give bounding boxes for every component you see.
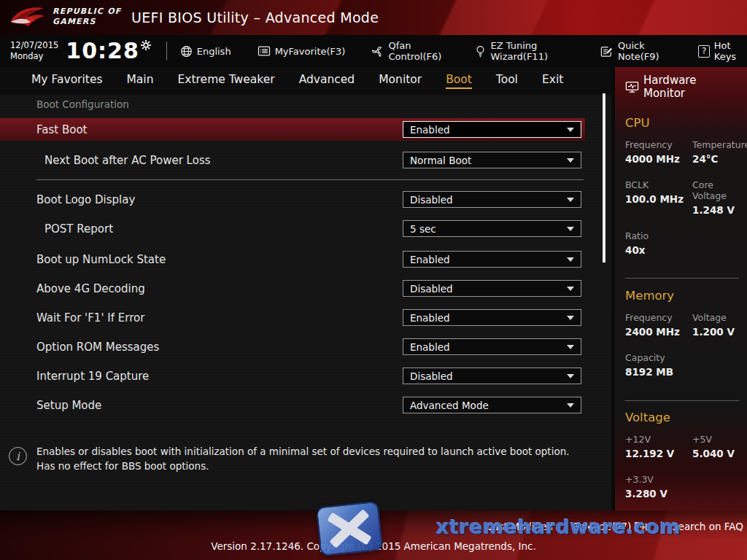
chevron-down-icon bbox=[567, 198, 574, 202]
hot-keys-label: Hot Keys bbox=[714, 40, 747, 62]
setting-label: Next Boot after AC Power Loss bbox=[44, 154, 211, 167]
dropdown-value: Disabled bbox=[410, 194, 567, 206]
metric-value: 1.248 V bbox=[692, 204, 740, 216]
dropdown-value: Enabled bbox=[410, 254, 567, 265]
help-panel: i Enables or disables boot with initiali… bbox=[0, 440, 611, 474]
footer-bar: Last Modified EzMode(F7) Search on FAQ V… bbox=[0, 510, 747, 560]
metric-label: Core Voltage bbox=[692, 179, 740, 201]
setting-row[interactable]: Interrupt 19 Capture Disabled bbox=[0, 365, 585, 387]
chevron-down-icon bbox=[567, 403, 574, 408]
setting-row[interactable]: Boot Logo Display Disabled bbox=[0, 188, 585, 211]
metric-value: 5.040 V bbox=[692, 448, 740, 459]
dropdown-value: Disabled bbox=[410, 370, 567, 382]
memory-metrics-row: Frequency 2400 MHz Voltage 1.200 V bbox=[625, 312, 740, 338]
ezmode-label: EzMode(F7) bbox=[573, 521, 631, 532]
setting-label: Above 4G Decoding bbox=[36, 282, 145, 295]
setting-dropdown[interactable]: 5 sec bbox=[403, 220, 581, 237]
setting-label: Boot up NumLock State bbox=[36, 253, 166, 266]
dropdown-value: Disabled bbox=[410, 283, 567, 295]
version-text: Version 2.17.1246. Copyright (C) 2015 Am… bbox=[0, 540, 747, 552]
metric-label: Voltage bbox=[692, 312, 740, 323]
dropdown-value: Advanced Mode bbox=[410, 400, 567, 411]
chevron-down-icon bbox=[567, 287, 574, 291]
divider bbox=[661, 521, 662, 534]
question-icon: ? bbox=[698, 45, 709, 58]
info-icon: i bbox=[9, 447, 27, 465]
dropdown-value: Enabled bbox=[410, 341, 567, 353]
metric-label: Frequency bbox=[625, 139, 692, 150]
setting-dropdown[interactable]: Disabled bbox=[403, 191, 581, 208]
metric-label: Temperature bbox=[692, 139, 747, 150]
help-text: Enables or disables boot with initializa… bbox=[36, 440, 588, 474]
metric-value: 100.0 MHz bbox=[625, 193, 692, 205]
metric-label: +12V bbox=[625, 434, 692, 445]
metric-label: Ratio bbox=[625, 230, 692, 241]
metric-value: 2400 MHz bbox=[625, 326, 692, 338]
setting-row[interactable]: Above 4G Decoding Disabled bbox=[0, 277, 585, 300]
quick-note-label: Quick Note(F9) bbox=[618, 40, 672, 62]
setting-dropdown[interactable]: Enabled bbox=[403, 121, 581, 138]
setting-label: Interrupt 19 Capture bbox=[36, 370, 149, 383]
search-faq-button[interactable]: Search on FAQ bbox=[672, 521, 743, 532]
setting-row[interactable]: Wait For 'F1' If Error Enabled bbox=[0, 306, 585, 329]
search-faq-label: Search on FAQ bbox=[672, 521, 743, 532]
divider bbox=[36, 179, 584, 180]
metric-label: Frequency bbox=[625, 312, 692, 323]
memory-section-title: Memory bbox=[625, 289, 740, 303]
setting-label: Wait For 'F1' If Error bbox=[36, 311, 144, 324]
setting-label: Setup Mode bbox=[36, 399, 101, 412]
last-modified-button[interactable]: Last Modified bbox=[487, 521, 553, 532]
setting-row[interactable]: Next Boot after AC Power Loss Normal Boo… bbox=[0, 149, 585, 171]
chevron-down-icon bbox=[567, 128, 574, 132]
setting-label: Fast Boot bbox=[36, 123, 87, 136]
setting-row[interactable]: Option ROM Messages Enabled bbox=[0, 335, 585, 358]
ezmode-button[interactable]: EzMode(F7) bbox=[573, 521, 647, 532]
setting-dropdown[interactable]: Enabled bbox=[403, 338, 581, 355]
chevron-down-icon bbox=[567, 345, 574, 349]
chevron-down-icon bbox=[567, 158, 574, 163]
dropdown-value: Enabled bbox=[410, 124, 567, 136]
divider bbox=[625, 400, 739, 401]
setting-dropdown[interactable]: Disabled bbox=[403, 368, 581, 384]
metric-value: 24°C bbox=[692, 153, 747, 165]
setting-dropdown[interactable]: Normal Boot bbox=[403, 152, 581, 168]
setting-row[interactable]: Fast Boot Enabled bbox=[0, 118, 585, 141]
hot-keys-button[interactable]: ? Hot Keys bbox=[698, 40, 747, 62]
setting-dropdown[interactable]: Enabled bbox=[403, 251, 581, 268]
chevron-down-icon bbox=[567, 316, 574, 320]
cpu-metrics-row: Ratio 40x bbox=[625, 230, 740, 256]
setting-row[interactable]: Boot up NumLock State Enabled bbox=[0, 248, 585, 271]
metric-value: 1.200 V bbox=[692, 326, 740, 338]
cpu-metrics-row: BCLK 100.0 MHz Core Voltage 1.248 V bbox=[625, 179, 740, 216]
setting-row[interactable]: Setup Mode Advanced Mode bbox=[0, 394, 585, 416]
divider bbox=[625, 278, 739, 279]
dropdown-value: Normal Boot bbox=[410, 155, 567, 166]
hardware-monitor-panel: Hardware Monitor CPU Frequency 4000 MHz … bbox=[615, 67, 747, 510]
setting-dropdown[interactable]: Disabled bbox=[403, 280, 581, 297]
setting-label: Boot Logo Display bbox=[36, 193, 135, 206]
metric-value: 3.280 V bbox=[625, 488, 692, 499]
setting-label: Option ROM Messages bbox=[36, 341, 159, 354]
metric-value: 8192 MB bbox=[625, 366, 692, 378]
setting-dropdown[interactable]: Enabled bbox=[403, 309, 581, 326]
settings-list: Fast Boot Enabled Next Boot after AC Pow… bbox=[0, 0, 611, 510]
memory-metrics-row: Capacity 8192 MB bbox=[625, 352, 740, 378]
setting-label: POST Report bbox=[44, 222, 113, 236]
last-modified-label: Last Modified bbox=[487, 521, 553, 532]
metric-value: 40x bbox=[625, 244, 692, 256]
metric-label: +3.3V bbox=[625, 474, 692, 485]
cpu-metrics-row: Frequency 4000 MHz Temperature 24°C bbox=[625, 139, 740, 165]
metric-label: +5V bbox=[692, 434, 740, 445]
metric-label: Capacity bbox=[625, 352, 692, 363]
switch-mode-icon bbox=[634, 521, 647, 532]
dropdown-value: Enabled bbox=[410, 312, 567, 324]
metric-value: 4000 MHz bbox=[625, 153, 692, 165]
voltage-section-title: Voltage bbox=[625, 411, 740, 424]
chevron-down-icon bbox=[567, 374, 574, 378]
setting-dropdown[interactable]: Advanced Mode bbox=[403, 397, 581, 413]
setting-row[interactable]: POST Report 5 sec bbox=[0, 217, 585, 240]
scrollbar[interactable] bbox=[603, 93, 605, 262]
metric-label: BCLK bbox=[625, 179, 692, 190]
chevron-down-icon bbox=[567, 227, 574, 231]
hardware-monitor-header: Hardware Monitor bbox=[625, 67, 740, 100]
